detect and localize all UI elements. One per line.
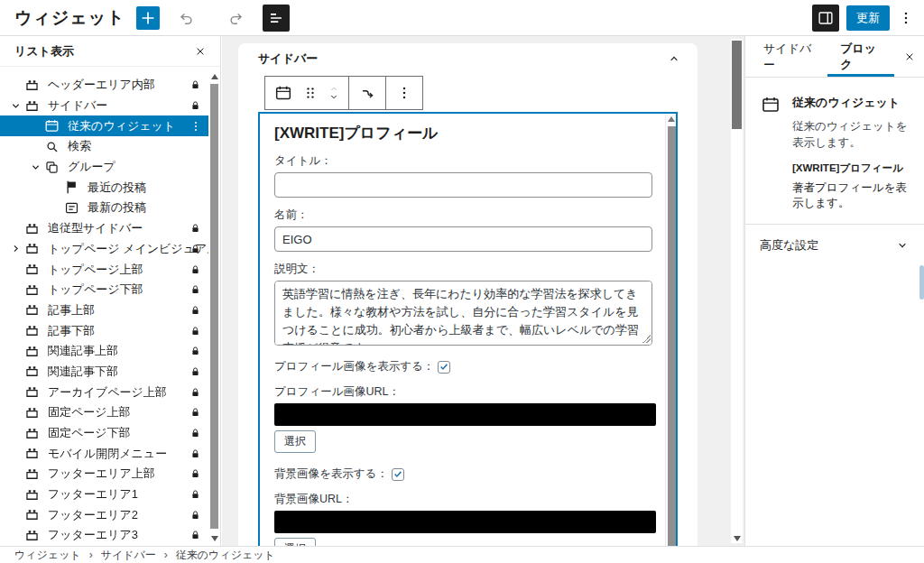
widget-form-heading: [XWRITE]プロフィール bbox=[274, 123, 652, 143]
legacy-widget-icon bbox=[43, 117, 60, 134]
advanced-settings-toggle[interactable]: 高度な設定 bbox=[745, 224, 924, 265]
page-scrollbar[interactable] bbox=[919, 265, 924, 300]
advanced-settings-label: 高度な設定 bbox=[760, 237, 818, 254]
undo-icon bbox=[176, 8, 196, 28]
widget-area-icon bbox=[23, 240, 41, 257]
list-item-recent-posts[interactable]: 最近の投稿 bbox=[0, 177, 208, 198]
list-item[interactable]: フッターエリア3 bbox=[0, 525, 208, 546]
widget-area-icon bbox=[23, 261, 41, 278]
block-inserter-button[interactable] bbox=[136, 6, 160, 30]
widget-area-icon bbox=[23, 343, 41, 360]
drag-handle[interactable] bbox=[297, 79, 324, 106]
list-item[interactable]: トップページ上部 bbox=[0, 259, 208, 280]
lock-icon bbox=[189, 100, 201, 112]
list-item[interactable]: 固定ページ下部 bbox=[0, 423, 208, 444]
show-background-image-checkbox[interactable] bbox=[392, 468, 404, 481]
list-item[interactable]: 固定ページ上部 bbox=[0, 402, 208, 423]
lock-icon bbox=[189, 325, 201, 337]
chevron-down-icon[interactable] bbox=[7, 99, 23, 113]
title-input[interactable] bbox=[274, 172, 652, 198]
lock-icon bbox=[189, 304, 201, 316]
block-title: 従来のウィジェット bbox=[792, 95, 911, 111]
widget-area-icon bbox=[23, 425, 41, 442]
title-label: タイトル： bbox=[274, 153, 652, 169]
breadcrumb-sidebar[interactable]: サイドバー bbox=[101, 548, 156, 563]
block-info-card: 従来のウィジェット 従来のウィジェットを表示します。 [XWRITE]プロフィー… bbox=[745, 78, 924, 211]
widget-form-scrollbar[interactable] bbox=[665, 114, 676, 546]
canvas-scrollbar[interactable] bbox=[731, 39, 743, 543]
list-item[interactable]: モバイル開閉メニュー bbox=[0, 443, 208, 464]
description-label: 説明文： bbox=[274, 262, 652, 277]
close-settings-button[interactable] bbox=[894, 36, 924, 77]
widget-area-icon bbox=[23, 486, 41, 503]
widget-area-icon bbox=[23, 466, 41, 483]
list-item[interactable]: フッターエリア上部 bbox=[0, 464, 208, 485]
lock-icon bbox=[189, 386, 201, 398]
chevron-down-icon[interactable] bbox=[27, 161, 43, 174]
move-down-button[interactable] bbox=[327, 91, 341, 103]
show-background-image-label: 背景画像を表示する： bbox=[274, 466, 388, 482]
background-image-url-label: 背景画像URL： bbox=[274, 492, 652, 507]
list-view-scrollbar[interactable] bbox=[209, 72, 219, 543]
widget-area-icon bbox=[23, 404, 41, 421]
lock-icon bbox=[189, 428, 201, 439]
widget-area-icon bbox=[23, 383, 41, 401]
description-textarea[interactable]: 英語学習に情熱を注ぎ、長年にわたり効率的な学習法を探求してきました。様々な教材や… bbox=[274, 281, 652, 346]
list-item[interactable]: トップページ下部 bbox=[0, 280, 208, 300]
lock-icon bbox=[189, 448, 201, 459]
select-background-image-button[interactable]: 選択 bbox=[274, 538, 316, 546]
close-list-view-button[interactable] bbox=[193, 44, 208, 59]
chevron-right-icon[interactable] bbox=[7, 242, 23, 255]
name-input[interactable] bbox=[274, 226, 652, 252]
widget-area-title: サイドバー bbox=[258, 51, 318, 67]
tab-block[interactable]: ブロック bbox=[827, 36, 894, 77]
list-item-sticky-sidebar[interactable]: 追従型サイドバー bbox=[0, 218, 208, 239]
list-item-header-area[interactable]: ヘッダーエリア内部 bbox=[0, 75, 208, 96]
select-profile-image-button[interactable]: 選択 bbox=[274, 430, 316, 453]
widget-form: [XWRITE]プロフィール タイトル： 名前： 説明文： 英語学習に情熱を注ぎ… bbox=[260, 114, 665, 546]
list-item[interactable]: 記事上部 bbox=[0, 300, 208, 321]
breadcrumb-legacy-widget[interactable]: 従来のウィジェット bbox=[176, 548, 275, 563]
list-item[interactable]: 関連記事下部 bbox=[0, 362, 208, 383]
widget-area-icon bbox=[23, 322, 41, 339]
profile-image-url-input[interactable] bbox=[274, 403, 656, 426]
chevron-down-icon bbox=[895, 238, 910, 253]
widget-area-icon bbox=[23, 220, 41, 237]
block-description: 従来のウィジェットを表示します。 bbox=[792, 118, 911, 151]
widget-area-icon bbox=[23, 301, 41, 318]
widget-description: 著者プロフィールを表示します。 bbox=[792, 180, 911, 211]
background-image-url-input[interactable] bbox=[274, 511, 656, 533]
list-item-latest-posts[interactable]: 最新の投稿 bbox=[0, 198, 208, 218]
breadcrumb: ウィジェット › サイドバー › 従来のウィジェット bbox=[0, 546, 924, 563]
show-profile-image-checkbox[interactable] bbox=[438, 361, 450, 374]
options-menu-button[interactable] bbox=[893, 5, 919, 31]
list-item-group[interactable]: グループ bbox=[0, 157, 208, 178]
lock-icon bbox=[189, 243, 201, 254]
block-options-button[interactable] bbox=[391, 79, 418, 106]
list-item-sidebar[interactable]: サイドバー bbox=[0, 96, 208, 116]
breadcrumb-widgets[interactable]: ウィジェット bbox=[14, 548, 81, 563]
legacy-widget-block[interactable]: [XWRITE]プロフィール タイトル： 名前： 説明文： 英語学習に情熱を注ぎ… bbox=[258, 112, 678, 546]
settings-panel-toggle-button[interactable] bbox=[812, 5, 839, 32]
list-item[interactable]: フッターエリア2 bbox=[0, 504, 208, 525]
list-item[interactable]: フッターエリア1 bbox=[0, 485, 208, 505]
list-item[interactable]: 関連記事上部 bbox=[0, 341, 208, 362]
update-button[interactable]: 更新 bbox=[846, 5, 890, 31]
list-item-top-main-visual[interactable]: トップページ メインビジュアル下部 bbox=[0, 239, 208, 260]
collapse-widget-area-button[interactable] bbox=[663, 51, 685, 66]
item-options-button[interactable] bbox=[189, 119, 203, 134]
list-item-legacy-widget[interactable]: 従来のウィジェット bbox=[0, 115, 208, 136]
legacy-widget-type-button[interactable] bbox=[270, 79, 297, 106]
tab-widget-areas[interactable]: サイドバー bbox=[751, 36, 827, 77]
undo-button[interactable] bbox=[172, 5, 199, 32]
widget-area-icon bbox=[23, 282, 41, 299]
move-to-widget-area-button[interactable] bbox=[354, 79, 381, 106]
list-view-button[interactable] bbox=[263, 5, 290, 32]
list-item-search[interactable]: 検索 bbox=[0, 136, 208, 157]
list-item[interactable]: 記事下部 bbox=[0, 320, 208, 341]
lock-icon bbox=[189, 263, 201, 275]
redo-button[interactable] bbox=[223, 5, 250, 32]
profile-image-url-label: プロフィール画像URL： bbox=[274, 384, 652, 400]
lock-icon bbox=[189, 79, 201, 91]
list-item[interactable]: アーカイブページ上部 bbox=[0, 382, 208, 402]
